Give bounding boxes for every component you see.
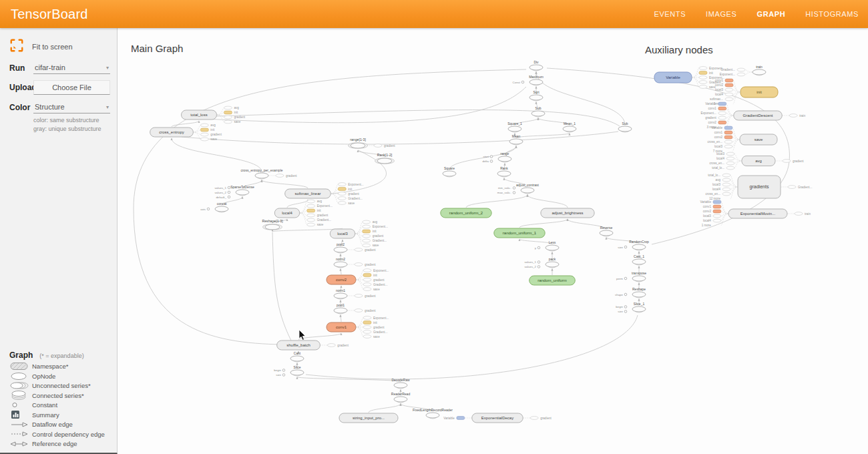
graph-node-conv1[interactable]: conv1 <box>327 322 356 332</box>
graph-node-gradients[interactable]: gradients <box>738 176 781 198</box>
graph-node-mean[interactable]: Mean <box>509 134 523 145</box>
graph-node-cast[interactable]: Cast <box>290 351 304 362</box>
graph-node-div[interactable]: Div <box>529 60 543 71</box>
graph-node-maximum[interactable]: MaximumConst <box>513 75 544 85</box>
svg-text:string_input_pro...: string_input_pro... <box>353 416 385 420</box>
tab-images[interactable]: IMAGES <box>706 10 736 18</box>
svg-text:conv1: conv1 <box>708 107 716 110</box>
graph-node-cross_entropy[interactable]: cross_entropy <box>150 128 194 137</box>
svg-text:size: size <box>618 310 623 313</box>
svg-text:gradient: gradient <box>540 417 552 420</box>
legend-title: Graph <box>9 351 33 360</box>
svg-text:init: init <box>348 188 353 191</box>
graph-node-softmax_linear[interactable]: softmax_linear <box>285 189 331 198</box>
tab-graph[interactable]: GRAPH <box>757 10 786 18</box>
graph-node-rank12[interactable]: Rank[1-2] <box>375 153 395 164</box>
const-size <box>282 374 285 377</box>
svg-text:conv1: conv1 <box>336 325 347 329</box>
graph-node-range2[interactable]: rangestartdelta <box>482 152 511 164</box>
graph-node-adjust_brightness[interactable]: adjust_brightness <box>541 208 594 218</box>
svg-text:Gradient...: Gradient... <box>373 239 387 242</box>
svg-text:Exponent...: Exponent... <box>720 73 735 76</box>
svg-text:local3: local3 <box>715 88 723 91</box>
graph-node-expmoving[interactable]: ExponentialMovin... <box>728 209 787 218</box>
svg-text:gradient: gradient <box>365 309 376 312</box>
graph-node-sub1[interactable]: Sub <box>531 106 545 117</box>
svg-text:delta: delta <box>482 160 489 163</box>
graph-node-decoderaw[interactable]: DecodeRaw <box>391 378 410 389</box>
graph-node-norm2[interactable]: norm2 <box>334 257 347 268</box>
svg-text:cross_en...: cross_en... <box>706 192 720 196</box>
graph-node-reshape13[interactable]: Reshape[1-3] <box>262 219 283 230</box>
graph-node-save[interactable]: save <box>740 134 777 145</box>
svg-text:Variable: Variable <box>700 200 711 204</box>
svg-text:save: save <box>234 120 241 124</box>
fit-to-screen-control[interactable]: Fit to screen <box>9 38 110 55</box>
graph-node-shuffle_batch[interactable]: shuffle_batch <box>277 340 320 350</box>
graph-node-sparsetodense[interactable]: SparseToDensevalues_1values_2default_ <box>214 185 254 199</box>
graph-node-rank2[interactable]: Rank <box>497 166 511 177</box>
color-select[interactable]: Structure ▾ <box>33 101 110 114</box>
graph-node-avg[interactable]: avg <box>742 156 775 166</box>
svg-text:Exponent...: Exponent... <box>373 269 389 272</box>
graph-node-ru0[interactable]: random_uniform <box>529 276 576 285</box>
graph-node-range13[interactable]: range[1-3] <box>349 138 368 148</box>
graph-node-randomcrop[interactable]: RandomCropsize <box>618 240 649 250</box>
graph-node-pack[interactable]: packvalues_1values_2 <box>524 257 559 269</box>
svg-text:local4: local4 <box>715 93 723 96</box>
const-max_valu.. <box>513 192 515 194</box>
graph-node-cepe[interactable]: cross_entropy_per_example <box>240 168 282 179</box>
graph-node-concat[interactable]: concataxis <box>200 202 228 212</box>
graph-node-reverse[interactable]: Reverse <box>600 226 613 236</box>
tab-events[interactable]: EVENTS <box>654 10 686 18</box>
graph-node-slice1[interactable]: Slice_1beginsize <box>616 302 646 314</box>
graph-node-sub2[interactable]: Sub <box>618 122 632 132</box>
svg-text:gradient: gradient <box>317 214 329 217</box>
svg-text:total_loss: total_loss <box>190 113 207 117</box>
svg-text:SparseToDense: SparseToDense <box>230 185 254 189</box>
graph-node-total_loss[interactable]: total_loss <box>182 110 217 120</box>
graph-node-transpose[interactable]: transposeperm <box>616 271 646 282</box>
graph-canvas[interactable]: DivMaximumConstSqrtSubSquare_1Mean_1SubM… <box>118 28 868 454</box>
graph-node-stringinput[interactable]: string_input_pro... <box>339 413 398 423</box>
graph-node-ru2[interactable]: random_uniform_2 <box>441 208 491 218</box>
graph-node-init[interactable]: init <box>740 87 778 97</box>
svg-text:Cast_1: Cast_1 <box>634 254 644 258</box>
graph-node-ru1[interactable]: random_uniform_1 <box>494 228 545 238</box>
svg-text:cross_entropy: cross_entropy <box>159 130 184 134</box>
const-size <box>624 310 627 313</box>
graph-node-pool2[interactable]: pool2 <box>334 242 347 253</box>
graph-node-train[interactable]: train <box>752 65 766 75</box>
graph-node-expdecay[interactable]: ExponentialDecay <box>472 413 523 423</box>
app-title: TensorBoard <box>11 7 88 22</box>
graph-node-slice[interactable]: Slicebeginsize <box>274 365 304 377</box>
svg-text:gradient: gradient <box>793 160 804 163</box>
graph-node-variable[interactable]: Variable <box>654 72 692 83</box>
graph-node-local4[interactable]: local4 <box>274 208 299 218</box>
graph-node-norm1[interactable]: norm1 <box>334 288 347 299</box>
graph-node-square1[interactable]: Square_1 <box>507 122 522 132</box>
graph-node-graddescent[interactable]: GradientDescent <box>734 111 783 120</box>
graph-node-cast1[interactable]: Cast_1 <box>632 254 646 265</box>
graph-node-pool1[interactable]: pool1 <box>334 303 347 314</box>
svg-text:Gradient...: Gradient... <box>373 283 387 286</box>
graph-node-readerread[interactable]: ReaderRead <box>391 392 411 403</box>
svg-text:Rank: Rank <box>500 166 508 170</box>
graph-node-adjust_contrast[interactable]: adjust_contrastmin_valu..max_valu.. <box>497 183 539 195</box>
tab-histograms[interactable]: HISTOGRAMS <box>805 10 859 18</box>
graph-node-square[interactable]: Square <box>443 166 456 177</box>
graph-node-sqrt[interactable]: Sqrt <box>529 90 543 101</box>
graph-node-conv2[interactable]: conv2 <box>327 275 356 284</box>
svg-text:conv1: conv1 <box>714 131 723 134</box>
graph-node-reshape[interactable]: Reshapeshape <box>615 287 646 298</box>
svg-text:gradient: gradient <box>210 133 222 136</box>
const-values_2 <box>537 266 540 268</box>
graph-node-local3[interactable]: local3 <box>330 229 355 238</box>
svg-text:gradient: gradient <box>384 144 395 148</box>
graph-node-mean1[interactable]: Mean_1 <box>563 122 576 132</box>
mouse-cursor <box>299 330 305 340</box>
run-select[interactable]: cifar-train ▾ <box>33 61 110 74</box>
svg-text:local4: local4 <box>712 188 720 191</box>
fit-to-screen-icon[interactable] <box>9 38 24 55</box>
choose-file-button[interactable]: Choose File <box>33 80 110 95</box>
